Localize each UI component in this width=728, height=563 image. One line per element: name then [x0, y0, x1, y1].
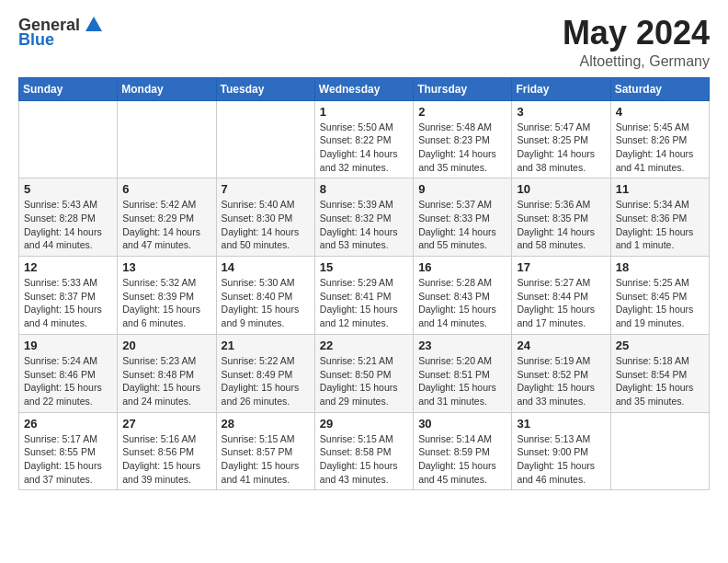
day-info: Sunrise: 5:14 AM Sunset: 8:59 PM Dayligh… [418, 432, 506, 487]
table-row: 8Sunrise: 5:39 AM Sunset: 8:32 PM Daylig… [314, 178, 413, 257]
day-number: 14 [222, 260, 310, 274]
day-number: 24 [517, 339, 605, 352]
day-info: Sunrise: 5:47 AM Sunset: 8:25 PM Dayligh… [517, 121, 605, 175]
header-sunday: Sunday [19, 77, 118, 100]
day-info: Sunrise: 5:45 AM Sunset: 8:26 PM Dayligh… [616, 121, 704, 175]
day-number: 25 [616, 339, 704, 352]
day-number: 4 [616, 105, 704, 119]
table-row: 22Sunrise: 5:21 AM Sunset: 8:50 PM Dayli… [314, 334, 413, 412]
day-info: Sunrise: 5:50 AM Sunset: 8:22 PM Dayligh… [320, 121, 408, 175]
day-info: Sunrise: 5:19 AM Sunset: 8:52 PM Dayligh… [517, 354, 605, 408]
day-info: Sunrise: 5:17 AM Sunset: 8:55 PM Dayligh… [24, 432, 112, 487]
table-row: 29Sunrise: 5:15 AM Sunset: 8:58 PM Dayli… [314, 412, 413, 490]
table-row: 12Sunrise: 5:33 AM Sunset: 8:37 PM Dayli… [19, 257, 118, 335]
header-friday: Friday [512, 77, 610, 100]
day-number: 19 [24, 339, 112, 352]
day-info: Sunrise: 5:25 AM Sunset: 8:45 PM Dayligh… [616, 276, 704, 330]
day-number: 3 [517, 105, 605, 119]
calendar-week-row: 26Sunrise: 5:17 AM Sunset: 8:55 PM Dayli… [19, 412, 710, 490]
table-row: 15Sunrise: 5:29 AM Sunset: 8:41 PM Dayli… [314, 257, 413, 335]
day-number: 18 [616, 260, 704, 274]
day-number: 17 [517, 260, 605, 274]
table-row: 14Sunrise: 5:30 AM Sunset: 8:40 PM Dayli… [216, 257, 314, 335]
table-row: 3Sunrise: 5:47 AM Sunset: 8:25 PM Daylig… [512, 100, 610, 178]
day-info: Sunrise: 5:15 AM Sunset: 8:57 PM Dayligh… [222, 432, 310, 487]
day-number: 21 [222, 339, 310, 352]
day-info: Sunrise: 5:33 AM Sunset: 8:37 PM Dayligh… [24, 276, 112, 330]
table-row: 6Sunrise: 5:42 AM Sunset: 8:29 PM Daylig… [118, 178, 216, 257]
table-row: 26Sunrise: 5:17 AM Sunset: 8:55 PM Dayli… [19, 412, 118, 490]
calendar-week-row: 19Sunrise: 5:24 AM Sunset: 8:46 PM Dayli… [19, 334, 710, 412]
day-info: Sunrise: 5:22 AM Sunset: 8:49 PM Dayligh… [222, 354, 310, 408]
title-block: May 2024 Altoetting, Germany [563, 15, 710, 70]
day-number: 20 [122, 339, 210, 352]
day-info: Sunrise: 5:20 AM Sunset: 8:51 PM Dayligh… [418, 354, 506, 408]
day-info: Sunrise: 5:42 AM Sunset: 8:29 PM Dayligh… [122, 198, 210, 252]
day-info: Sunrise: 5:13 AM Sunset: 9:00 PM Dayligh… [517, 432, 605, 487]
header-monday: Monday [118, 77, 216, 100]
header-tuesday: Tuesday [216, 77, 314, 100]
calendar-week-row: 5Sunrise: 5:43 AM Sunset: 8:28 PM Daylig… [19, 178, 710, 257]
day-info: Sunrise: 5:37 AM Sunset: 8:33 PM Dayligh… [418, 198, 506, 252]
day-number: 28 [222, 417, 310, 431]
location-title: Altoetting, Germany [563, 53, 710, 70]
table-row: 10Sunrise: 5:36 AM Sunset: 8:35 PM Dayli… [512, 178, 610, 257]
day-number: 30 [418, 417, 506, 431]
table-row: 30Sunrise: 5:14 AM Sunset: 8:59 PM Dayli… [414, 412, 512, 490]
table-row: 4Sunrise: 5:45 AM Sunset: 8:26 PM Daylig… [610, 100, 709, 178]
table-row: 31Sunrise: 5:13 AM Sunset: 9:00 PM Dayli… [512, 412, 610, 490]
table-row: 9Sunrise: 5:37 AM Sunset: 8:33 PM Daylig… [414, 178, 512, 257]
header-saturday: Saturday [610, 77, 709, 100]
day-number: 8 [320, 182, 408, 196]
logo-icon [84, 15, 104, 35]
day-number: 10 [517, 182, 605, 196]
table-row: 17Sunrise: 5:27 AM Sunset: 8:44 PM Dayli… [512, 257, 610, 335]
header-thursday: Thursday [414, 77, 512, 100]
day-number: 23 [418, 339, 506, 352]
day-number: 22 [320, 339, 408, 352]
day-number: 5 [24, 182, 112, 196]
table-row: 13Sunrise: 5:32 AM Sunset: 8:39 PM Dayli… [118, 257, 216, 335]
day-info: Sunrise: 5:28 AM Sunset: 8:43 PM Dayligh… [418, 276, 506, 330]
table-row: 1Sunrise: 5:50 AM Sunset: 8:22 PM Daylig… [314, 100, 413, 178]
table-row: 25Sunrise: 5:18 AM Sunset: 8:54 PM Dayli… [610, 334, 709, 412]
day-number: 6 [122, 182, 210, 196]
page: General Blue May 2024 Altoetting, German… [0, 0, 728, 563]
table-row: 27Sunrise: 5:16 AM Sunset: 8:56 PM Dayli… [118, 412, 216, 490]
header: General Blue May 2024 Altoetting, German… [18, 15, 710, 70]
table-row: 23Sunrise: 5:20 AM Sunset: 8:51 PM Dayli… [414, 334, 512, 412]
table-row: 16Sunrise: 5:28 AM Sunset: 8:43 PM Dayli… [414, 257, 512, 335]
header-wednesday: Wednesday [314, 77, 413, 100]
table-row: 28Sunrise: 5:15 AM Sunset: 8:57 PM Dayli… [216, 412, 314, 490]
day-info: Sunrise: 5:23 AM Sunset: 8:48 PM Dayligh… [122, 354, 210, 408]
day-number: 31 [517, 417, 605, 431]
table-row: 5Sunrise: 5:43 AM Sunset: 8:28 PM Daylig… [19, 178, 118, 257]
logo-blue-text: Blue [18, 31, 54, 48]
day-info: Sunrise: 5:32 AM Sunset: 8:39 PM Dayligh… [122, 276, 210, 330]
day-info: Sunrise: 5:48 AM Sunset: 8:23 PM Dayligh… [418, 121, 506, 175]
calendar-week-row: 12Sunrise: 5:33 AM Sunset: 8:37 PM Dayli… [19, 257, 710, 335]
day-info: Sunrise: 5:15 AM Sunset: 8:58 PM Dayligh… [320, 432, 408, 487]
table-row [216, 100, 314, 178]
table-row: 2Sunrise: 5:48 AM Sunset: 8:23 PM Daylig… [414, 100, 512, 178]
day-number: 11 [616, 182, 704, 196]
day-number: 29 [320, 417, 408, 431]
day-info: Sunrise: 5:27 AM Sunset: 8:44 PM Dayligh… [517, 276, 605, 330]
table-row: 21Sunrise: 5:22 AM Sunset: 8:49 PM Dayli… [216, 334, 314, 412]
day-info: Sunrise: 5:16 AM Sunset: 8:56 PM Dayligh… [122, 432, 210, 487]
day-number: 7 [222, 182, 310, 196]
day-number: 9 [418, 182, 506, 196]
table-row: 24Sunrise: 5:19 AM Sunset: 8:52 PM Dayli… [512, 334, 610, 412]
table-row: 18Sunrise: 5:25 AM Sunset: 8:45 PM Dayli… [610, 257, 709, 335]
day-info: Sunrise: 5:40 AM Sunset: 8:30 PM Dayligh… [222, 198, 310, 252]
day-number: 26 [24, 417, 112, 431]
day-number: 15 [320, 260, 408, 274]
day-info: Sunrise: 5:29 AM Sunset: 8:41 PM Dayligh… [320, 276, 408, 330]
day-info: Sunrise: 5:39 AM Sunset: 8:32 PM Dayligh… [320, 198, 408, 252]
table-row: 19Sunrise: 5:24 AM Sunset: 8:46 PM Dayli… [19, 334, 118, 412]
calendar-week-row: 1Sunrise: 5:50 AM Sunset: 8:22 PM Daylig… [19, 100, 710, 178]
table-row: 7Sunrise: 5:40 AM Sunset: 8:30 PM Daylig… [216, 178, 314, 257]
day-info: Sunrise: 5:34 AM Sunset: 8:36 PM Dayligh… [616, 198, 704, 252]
month-title: May 2024 [563, 15, 710, 52]
logo: General Blue [18, 15, 104, 48]
